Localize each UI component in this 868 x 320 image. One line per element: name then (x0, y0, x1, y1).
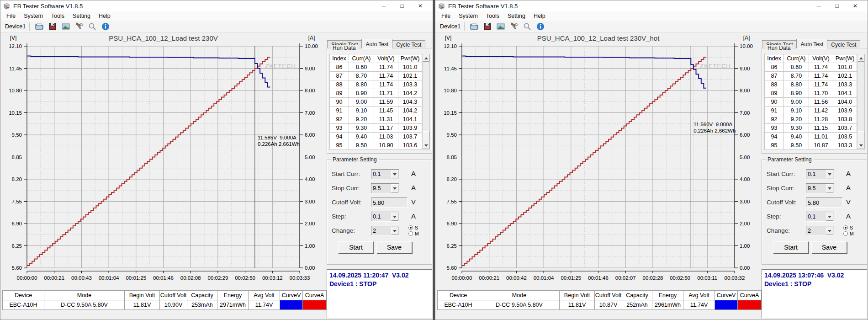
run-data-header-row: Index Curr(A) Volt(V) Pwr(W) (330, 54, 422, 63)
parameter-label: Start Curr: (767, 171, 795, 177)
run-data-cell: 11.74 (374, 72, 398, 80)
menu-file[interactable]: File (437, 12, 455, 20)
run-data-cell: 8.60 (784, 63, 809, 72)
run-data-cell: 95 (330, 141, 349, 150)
radio-icon[interactable] (408, 225, 413, 230)
menu-setting[interactable]: Setting (503, 12, 529, 20)
run-data-cell: 10.87 (809, 141, 833, 150)
main-content: 12.1011.4510.8010.159.508.858.207.556.90… (435, 32, 868, 320)
device-selector[interactable]: Device1 (438, 22, 465, 31)
parameter-input[interactable]: 5.80 (806, 197, 842, 208)
run-data-cell: 102.1 (833, 72, 857, 80)
y-left-tick-label: 11.45 (9, 66, 22, 71)
radio-option[interactable]: M (843, 230, 854, 236)
combobox-value: 2 (808, 228, 811, 234)
start-button[interactable]: Start (773, 241, 809, 253)
y-left-tick-label: 7.55 (447, 199, 457, 204)
parameter-combobox[interactable]: 2 (806, 226, 834, 236)
chevron-down-icon[interactable] (826, 170, 833, 178)
chevron-down-icon[interactable] (826, 184, 833, 192)
parameter-combobox[interactable]: 2 (371, 226, 399, 236)
scroll-up-icon[interactable] (423, 54, 429, 62)
run-data-cell: 11.59 (374, 98, 398, 107)
save-icon[interactable] (48, 22, 57, 31)
close-icon[interactable]: ✕ (416, 3, 424, 9)
parameter-row: Step: 0.1 A (762, 212, 867, 222)
change-unit-radios: S M (408, 224, 419, 236)
save-button[interactable]: Save (376, 241, 412, 253)
summary-col-header: Capacity (187, 291, 217, 300)
zoom-icon[interactable] (523, 22, 532, 31)
tools-icon[interactable] (509, 22, 519, 31)
parameter-combobox[interactable]: 0.1 (371, 169, 399, 179)
parameter-input[interactable]: 5.80 (371, 197, 408, 208)
radio-icon[interactable] (843, 225, 848, 230)
info-icon[interactable] (101, 22, 110, 31)
minimize-icon[interactable]: ─ (815, 3, 823, 9)
maximize-icon[interactable]: □ (398, 3, 406, 9)
chevron-down-icon[interactable] (391, 213, 398, 221)
summary-col-header: Avg Volt (249, 291, 280, 300)
parameter-combobox[interactable]: 0.1 (806, 169, 834, 179)
menu-system[interactable]: System (455, 12, 482, 20)
open-file-icon[interactable] (35, 22, 44, 31)
parameter-unit: V (846, 198, 851, 206)
scroll-down-icon[interactable] (857, 142, 864, 149)
run-col-index: Index (765, 54, 784, 63)
radio-option[interactable]: S (408, 224, 419, 230)
tools-icon[interactable] (74, 22, 84, 31)
tab-auto-test[interactable]: Auto Test (796, 39, 827, 48)
minimize-icon[interactable]: ─ (380, 3, 388, 9)
save-icon[interactable] (483, 22, 492, 31)
scrollbar-thumb[interactable] (423, 131, 429, 141)
chevron-down-icon[interactable] (826, 227, 833, 235)
radio-option[interactable]: M (408, 230, 419, 236)
menu-file[interactable]: File (2, 12, 20, 20)
app-icon (3, 3, 10, 10)
image-export-icon[interactable] (496, 22, 505, 31)
scroll-up-icon[interactable] (857, 54, 864, 62)
menu-help[interactable]: Help (529, 12, 550, 20)
menu-tools[interactable]: Tools (47, 12, 69, 20)
tab-cycle-test[interactable]: Cycle Test (392, 40, 425, 48)
scrollbar-thumb[interactable] (857, 131, 864, 141)
device-selector[interactable]: Device1 (3, 22, 30, 31)
run-data-scrollbar[interactable] (857, 54, 865, 149)
run-col-index: Index (330, 54, 349, 63)
y-right-tick-label: 1.00 (305, 243, 315, 249)
chevron-down-icon[interactable] (826, 213, 833, 221)
chart[interactable]: 12.1011.4510.8010.159.508.858.207.556.90… (435, 32, 761, 288)
chevron-down-icon[interactable] (391, 170, 398, 178)
parameter-combobox[interactable]: 9.5 (371, 183, 399, 193)
chart[interactable]: 12.1011.4510.8010.159.508.858.207.556.90… (0, 32, 326, 288)
chevron-down-icon[interactable] (391, 184, 398, 192)
radio-option[interactable]: S (843, 224, 854, 230)
radio-icon[interactable] (843, 231, 848, 236)
parameter-combobox[interactable]: 9.5 (806, 183, 834, 193)
tab-auto-test[interactable]: Auto Test (361, 39, 392, 48)
maximize-icon[interactable]: □ (833, 3, 841, 9)
save-button[interactable]: Save (811, 241, 847, 253)
scroll-down-icon[interactable] (423, 142, 429, 149)
parameter-combobox[interactable]: 0.1 (806, 212, 834, 222)
run-data-cell: 11.74 (809, 80, 833, 89)
run-data-cell: 8.80 (349, 80, 374, 89)
open-file-icon[interactable] (470, 22, 479, 31)
chevron-down-icon[interactable] (391, 227, 398, 235)
x-tick-label: 00:00:21 (44, 275, 64, 281)
parameter-unit: A (411, 184, 416, 192)
start-button[interactable]: Start (338, 241, 374, 253)
menu-help[interactable]: Help (95, 12, 115, 20)
radio-icon[interactable] (408, 231, 413, 236)
image-export-icon[interactable] (61, 22, 70, 31)
run-data-scrollbar[interactable] (422, 54, 430, 149)
curve-v-swatch (715, 300, 738, 310)
zoom-icon[interactable] (88, 22, 97, 31)
menu-tools[interactable]: Tools (482, 12, 503, 20)
menu-setting[interactable]: Setting (69, 12, 95, 20)
info-icon[interactable] (536, 22, 545, 31)
close-icon[interactable]: ✕ (851, 3, 859, 9)
menu-system[interactable]: System (20, 12, 47, 20)
tab-cycle-test[interactable]: Cycle Test (827, 40, 860, 48)
parameter-combobox[interactable]: 0.1 (371, 212, 399, 222)
